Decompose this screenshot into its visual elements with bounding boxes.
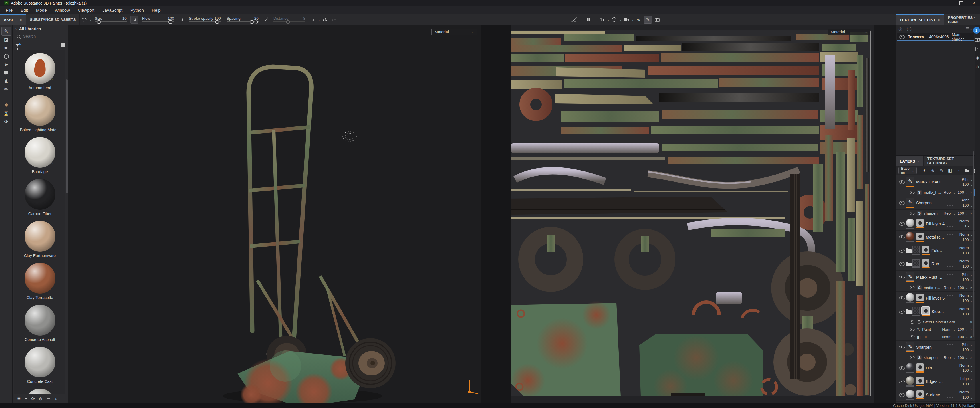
layer-row[interactable]: Metal RustNorm ⌄100 ⌄ bbox=[896, 230, 975, 244]
symmetry-settings-icon[interactable] bbox=[330, 16, 337, 24]
param-distance[interactable]: Distance8 bbox=[274, 16, 305, 23]
bake-settings-icon[interactable]: ◎ bbox=[898, 26, 902, 32]
material-item[interactable]: Clay Terracotta bbox=[14, 260, 65, 302]
paint-mode-icon[interactable]: ✎ bbox=[644, 16, 652, 24]
bake-tool[interactable]: ⌛ bbox=[2, 109, 11, 117]
sort-icon[interactable]: ☰⌄ bbox=[966, 26, 972, 32]
layer-row[interactable]: Edges Dam...Ldge ⌄100 ⌄ bbox=[896, 375, 975, 388]
visibility-eye-icon[interactable] bbox=[899, 249, 905, 252]
mask-thumbnail[interactable] bbox=[922, 246, 929, 253]
display-settings-icon[interactable] bbox=[975, 38, 980, 43]
layer-row[interactable]: ✎SharpenPthr ⌄100 ⌄ bbox=[896, 196, 975, 210]
tab-layers-close-icon[interactable]: × bbox=[918, 159, 920, 164]
visibility-eye-icon[interactable] bbox=[899, 297, 905, 300]
material-item[interactable]: ⁖Bandage bbox=[14, 134, 65, 176]
tab-assets-close-icon[interactable]: × bbox=[20, 18, 22, 22]
anchor-drop-target[interactable] bbox=[947, 275, 953, 280]
paint-layer-thumbnail[interactable]: ✎ bbox=[906, 177, 914, 186]
add-fill-layer-icon[interactable]: ◧ bbox=[947, 167, 953, 174]
effect-blend-dropdown[interactable]: Repl ⌄ bbox=[944, 211, 956, 216]
folder-thumbnail[interactable] bbox=[912, 307, 920, 314]
fill-layer-thumbnail[interactable] bbox=[906, 293, 914, 302]
assets-scrollbar[interactable] bbox=[66, 79, 68, 194]
menu-javascript[interactable]: JavaScript bbox=[99, 6, 126, 14]
lazy-mouse-icon[interactable]: ∿ bbox=[635, 16, 642, 24]
blend-mode-dropdown[interactable]: Pthr ⌄ bbox=[962, 177, 973, 182]
effect-blend-dropdown[interactable]: Norm ⌄ bbox=[942, 327, 955, 332]
close-button[interactable]: × bbox=[967, 0, 980, 6]
effect-opacity-dropdown[interactable]: 100 ⌄ bbox=[958, 327, 968, 332]
visibility-eye-icon[interactable] bbox=[899, 235, 905, 239]
anchor-drop-target[interactable] bbox=[947, 379, 953, 384]
effect-opacity-dropdown[interactable]: 100 ⌄ bbox=[958, 211, 968, 216]
fill-layer-thumbnail[interactable] bbox=[906, 232, 914, 241]
visibility-eye-icon[interactable] bbox=[910, 328, 915, 331]
visibility-eye-icon[interactable] bbox=[899, 180, 905, 184]
effect-blend-dropdown[interactable]: Repl ⌄ bbox=[944, 190, 956, 195]
effect-opacity-dropdown[interactable]: 100 ⌄ bbox=[958, 286, 968, 290]
polygon-fill-tool[interactable] bbox=[2, 52, 11, 60]
all-libraries-selector[interactable]: › All libraries bbox=[13, 25, 68, 33]
blend-mode-dropdown[interactable]: Norm ⌄ bbox=[959, 363, 973, 368]
anchor-drop-target[interactable] bbox=[947, 261, 953, 267]
asset-search[interactable] bbox=[14, 33, 67, 40]
effect-opacity-dropdown[interactable]: 100 ⌄ bbox=[958, 335, 968, 339]
layer-row[interactable]: DirtNorm ⌄100 ⌄ bbox=[896, 362, 975, 375]
layer-row[interactable]: Folder 1Norm ⌄100 ⌄ bbox=[896, 244, 975, 257]
texture-set-row[interactable]: Тележка 4096x4096 Main shader bbox=[897, 33, 974, 41]
symmetry-triangles-icon[interactable] bbox=[321, 16, 328, 24]
layer-row[interactable]: ✎SharpenPthr ⌄100 ⌄ bbox=[896, 341, 975, 354]
clone-tool[interactable]: ♟ bbox=[2, 77, 11, 85]
info-icon[interactable]: ◯ bbox=[907, 26, 912, 32]
opacity-dropdown[interactable]: 15 ⌄ bbox=[964, 224, 973, 229]
mask-thumbnail[interactable] bbox=[922, 259, 929, 267]
blend-mode-dropdown[interactable]: Pthr ⌄ bbox=[962, 198, 973, 203]
slider-knob[interactable] bbox=[286, 20, 290, 24]
mask-thumbnail[interactable] bbox=[916, 390, 924, 398]
material-item[interactable]: Concrete Cast bbox=[14, 344, 65, 386]
visibility-eye-icon[interactable] bbox=[899, 366, 905, 370]
anchor-drop-target[interactable] bbox=[947, 295, 953, 301]
menu-viewport[interactable]: Viewport bbox=[74, 6, 99, 14]
layer-effect-row[interactable]: Steel Painted Scra...× bbox=[896, 318, 975, 326]
param-slider[interactable] bbox=[227, 21, 259, 22]
material-item[interactable]: Carbon Fiber bbox=[14, 176, 65, 218]
shelf-save-icon[interactable]: ≣ bbox=[17, 396, 21, 402]
quick-mask-tool[interactable] bbox=[2, 69, 11, 77]
pressure-flow-icon[interactable] bbox=[178, 16, 185, 24]
menu-window[interactable]: Window bbox=[51, 6, 74, 14]
effect-blend-dropdown[interactable]: Repl ⌄ bbox=[944, 356, 956, 360]
history-icon[interactable]: ◷ bbox=[975, 64, 980, 69]
param-slider[interactable] bbox=[95, 21, 127, 22]
pause-engine-icon[interactable] bbox=[584, 16, 592, 24]
blend-mode-dropdown[interactable]: Norm ⌄ bbox=[959, 390, 973, 395]
layer-row[interactable]: Surface Det...Norm ⌄100 ⌄ bbox=[896, 388, 975, 402]
anchor-drop-target[interactable] bbox=[947, 365, 953, 371]
add-smart-material-icon[interactable]: ◈ bbox=[930, 167, 936, 174]
visibility-eye-icon[interactable] bbox=[899, 393, 905, 397]
tab-substance-3d-assets[interactable]: SUBSTANCE 3D ASSETS bbox=[26, 14, 80, 25]
opacity-dropdown[interactable]: 100 ⌄ bbox=[962, 203, 973, 208]
shelf-log-icon[interactable] bbox=[975, 46, 980, 51]
blend-mode-dropdown[interactable]: Pthr ⌄ bbox=[962, 272, 973, 277]
param-flow[interactable]: Flow100 bbox=[142, 16, 174, 23]
layer-row[interactable]: ✎MatFx Rust Weatheri...Pthr ⌄100 ⌄ bbox=[896, 271, 975, 284]
resources-tool[interactable]: ⟳ bbox=[2, 117, 11, 126]
paint-tool[interactable]: ✎ bbox=[2, 27, 11, 36]
tab-texture-set-list[interactable]: TEXTURE SET LIST × bbox=[896, 14, 944, 25]
anchor-drop-target[interactable] bbox=[947, 309, 953, 314]
minimize-button[interactable] bbox=[942, 0, 955, 6]
smart-selection-tool[interactable]: ➤ bbox=[2, 60, 11, 69]
visibility-eye-icon[interactable] bbox=[899, 262, 905, 266]
fill-layer-thumbnail[interactable] bbox=[906, 390, 914, 398]
material-item[interactable]: ⁖Autumn Leaf bbox=[14, 50, 65, 92]
material-item[interactable]: Baked Lighting Mate... bbox=[14, 92, 65, 134]
opacity-dropdown[interactable]: 100 ⌄ bbox=[962, 182, 973, 187]
spacing-dots-icon[interactable] bbox=[262, 16, 270, 24]
mask-thumbnail[interactable] bbox=[916, 294, 924, 301]
opacity-dropdown[interactable]: 100 ⌄ bbox=[962, 311, 973, 317]
mask-thumbnail[interactable] bbox=[916, 233, 924, 240]
tab-layers[interactable]: LAYERS × bbox=[896, 156, 924, 166]
material-item[interactable] bbox=[14, 386, 65, 394]
mirror-icon[interactable] bbox=[598, 16, 606, 24]
